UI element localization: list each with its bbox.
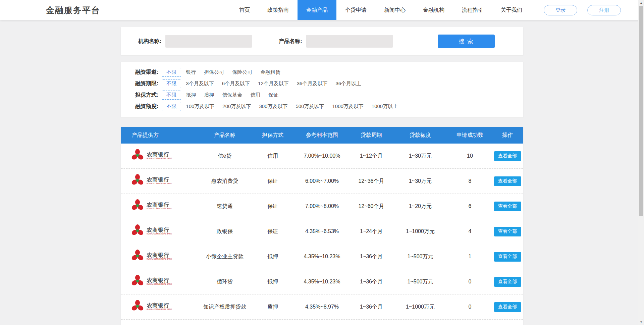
nav-item-8[interactable]: 关于我们: [492, 0, 531, 20]
nav-item-1[interactable]: 首页: [230, 0, 259, 20]
loan-period: 1~36个月: [350, 304, 392, 311]
rate-range: 4.35%~6.53%: [294, 228, 350, 234]
nav-item-3[interactable]: 金融产品: [298, 0, 336, 20]
view-all-button[interactable]: 查看全部: [494, 277, 521, 287]
product-name: 知识产权质押贷款: [198, 304, 252, 311]
view-all-button[interactable]: 查看全部: [494, 202, 521, 211]
action-cell: 查看全部: [492, 202, 523, 211]
loan-amount: 1~1000万元: [392, 304, 448, 311]
filter-option[interactable]: 100万及以下: [186, 103, 214, 110]
guarantee-type: 保证: [252, 203, 294, 210]
filter-option[interactable]: 保证: [268, 92, 278, 98]
filter-option[interactable]: 质押: [204, 92, 214, 98]
filter-option[interactable]: 保险公司: [232, 69, 252, 75]
success-count: 0: [448, 279, 492, 285]
register-button[interactable]: 注册: [587, 5, 621, 15]
filter-option[interactable]: 200万及以下: [222, 103, 251, 110]
filter-row-4: 融资额度:不限100万及以下200万及以下300万及以下500万及以下1000万…: [135, 101, 517, 112]
provider-cell: 农商银行RURAL COMMERCIAL BANK: [121, 174, 198, 188]
login-button[interactable]: 登录: [544, 5, 577, 15]
action-cell: 查看全部: [492, 277, 523, 287]
table-body: 农商银行RURAL COMMERCIAL BANK信e贷信用7.00%~10.0…: [121, 144, 523, 320]
scrollbar-thumb[interactable]: [639, 6, 643, 216]
brand-title: 金融服务平台: [46, 5, 100, 16]
filter-option[interactable]: 36个月及以下: [297, 80, 328, 87]
provider-name: 农商银行: [147, 303, 184, 308]
top-navbar: 金融服务平台 首页政策指南金融产品个贷申请新闻中心金融机构流程指引关于我们 登录…: [0, 0, 644, 20]
guarantee-type: 质押: [252, 304, 294, 311]
view-all-button[interactable]: 查看全部: [494, 176, 521, 186]
filter-option[interactable]: 300万及以下: [259, 103, 287, 110]
product-name-input[interactable]: [306, 35, 393, 48]
filter-option[interactable]: 信保基金: [222, 92, 242, 98]
provider-name: 农商银行: [147, 177, 184, 182]
table-row: 农商银行RURAL COMMERCIAL BANK惠农消费贷保证6.00%~7.…: [121, 169, 523, 194]
column-header: 参考利率范围: [294, 132, 350, 139]
filter-option[interactable]: 信用: [250, 92, 260, 98]
rate-range: 7.00%~10.00%: [294, 153, 350, 159]
product-name: 速贷通: [198, 203, 252, 210]
success-count: 6: [448, 203, 492, 209]
filter-option[interactable]: 36个月以上: [335, 80, 361, 87]
success-count: 4: [448, 228, 492, 234]
loan-period: 1~24个月: [350, 228, 392, 235]
filter-option-selected[interactable]: 不限: [162, 79, 181, 88]
provider-subtitle: RURAL COMMERCIAL BANK: [147, 157, 172, 159]
product-name: 信e贷: [198, 153, 252, 160]
table-row: 农商银行RURAL COMMERCIAL BANK速贷通保证7.00%~8.00…: [121, 194, 523, 219]
filter-label: 融资额度:: [135, 103, 158, 110]
scroll-up-arrow-icon[interactable]: ▲: [638, 0, 644, 6]
org-name-input[interactable]: [165, 35, 252, 48]
nav-item-5[interactable]: 新闻中心: [375, 0, 414, 20]
rate-range: 6.00%~7.00%: [294, 178, 350, 184]
search-button[interactable]: 搜 索: [438, 35, 495, 48]
filter-option-selected[interactable]: 不限: [162, 68, 181, 77]
filter-option-selected[interactable]: 不限: [162, 102, 181, 111]
scroll-down-arrow-icon[interactable]: ▼: [638, 319, 644, 325]
filter-option[interactable]: 担保公司: [204, 69, 224, 75]
loan-amount: 1~500万元: [392, 253, 448, 260]
filter-option[interactable]: 1000万及以下: [332, 103, 363, 110]
action-cell: 查看全部: [492, 151, 523, 161]
filter-option[interactable]: 金融租赁: [260, 69, 280, 75]
nav-item-7[interactable]: 流程指引: [453, 0, 492, 20]
nav-item-4[interactable]: 个贷申请: [336, 0, 375, 20]
provider-cell: 农商银行RURAL COMMERCIAL BANK: [121, 149, 198, 163]
provider-name: 农商银行: [147, 202, 184, 208]
column-header: 产品名称: [198, 132, 252, 139]
table-row: 农商银行RURAL COMMERCIAL BANK政银保保证4.35%~6.53…: [121, 219, 523, 244]
nav-item-6[interactable]: 金融机构: [414, 0, 453, 20]
nav-item-2[interactable]: 政策指南: [259, 0, 298, 20]
filter-option[interactable]: 6个月及以下: [222, 80, 250, 87]
table-row: 农商银行RURAL COMMERCIAL BANK小微企业主贷款抵押4.35%~…: [121, 244, 523, 269]
vertical-scrollbar[interactable]: ▲ ▼: [638, 0, 644, 325]
filter-option[interactable]: 抵押: [186, 92, 196, 98]
rural-commercial-bank-logo-icon: [131, 274, 144, 288]
filter-option[interactable]: 1000万以上: [372, 103, 398, 110]
table-row: 农商银行RURAL COMMERCIAL BANK循环贷抵押4.35%~10.2…: [121, 269, 523, 294]
filter-option[interactable]: 12个月及以下: [258, 80, 289, 87]
filter-row-3: 担保方式:不限抵押质押信保基金信用保证: [135, 89, 517, 101]
provider-subtitle: RURAL COMMERCIAL BANK: [147, 258, 172, 260]
loan-period: 1~12个月: [350, 153, 392, 160]
provider-subtitle: RURAL COMMERCIAL BANK: [147, 208, 172, 210]
guarantee-type: 抵押: [252, 278, 294, 285]
view-all-button[interactable]: 查看全部: [494, 151, 521, 161]
view-all-button[interactable]: 查看全部: [494, 252, 521, 262]
product-name-label: 产品名称:: [279, 38, 302, 45]
filter-option-selected[interactable]: 不限: [162, 91, 181, 100]
filter-option[interactable]: 500万及以下: [296, 103, 324, 110]
provider-subtitle: RURAL COMMERCIAL BANK: [147, 308, 172, 310]
guarantee-type: 信用: [252, 153, 294, 160]
filter-option[interactable]: 银行: [186, 69, 196, 75]
rural-commercial-bank-logo-icon: [131, 199, 144, 212]
column-header: 产品提供方: [121, 132, 198, 139]
provider-cell: 农商银行RURAL COMMERCIAL BANK: [121, 300, 198, 314]
success-count: 8: [448, 178, 492, 184]
column-header: 申请成功数: [448, 132, 492, 139]
provider-subtitle: RURAL COMMERCIAL BANK: [147, 182, 172, 184]
view-all-button[interactable]: 查看全部: [494, 227, 521, 236]
view-all-button[interactable]: 查看全部: [494, 302, 521, 312]
provider-subtitle: RURAL COMMERCIAL BANK: [147, 283, 172, 285]
filter-option[interactable]: 3个月及以下: [186, 80, 214, 87]
